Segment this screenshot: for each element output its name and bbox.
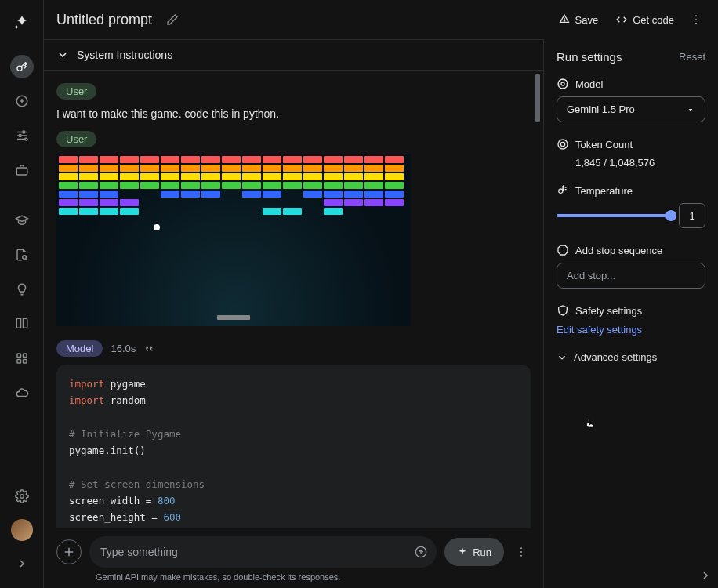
svg-rect-5 — [16, 168, 27, 175]
app-logo — [13, 14, 31, 33]
nav-book-icon[interactable] — [10, 312, 34, 336]
model-row: Model Gemini 1.5 Pro — [557, 78, 705, 122]
submit-arrow-icon[interactable] — [415, 546, 427, 558]
user-role-pill-2: User — [56, 131, 96, 147]
run-settings-panel: Run settings Reset Model Gemini 1.5 Pro … — [544, 39, 718, 588]
temperature-label: Temperature — [575, 185, 633, 197]
temperature-slider[interactable] — [557, 214, 671, 217]
temperature-value[interactable]: 1 — [679, 203, 705, 228]
svg-rect-9 — [17, 360, 21, 364]
shield-icon — [557, 304, 569, 317]
input-bar: Type something Run — [44, 528, 543, 571]
prompt-placeholder: Type something — [100, 546, 178, 558]
token-label: Token Count — [575, 139, 633, 151]
svg-point-14 — [695, 19, 697, 20]
stop-icon — [557, 244, 569, 256]
nav-doc-search-icon[interactable] — [10, 243, 34, 267]
svg-point-20 — [561, 82, 564, 85]
messages-scroll[interactable]: User I want to make this game. code this… — [44, 71, 543, 528]
stop-label: Add stop sequence — [575, 245, 662, 256]
svg-rect-8 — [23, 354, 27, 358]
topbar-more-icon[interactable] — [687, 10, 705, 29]
edit-title-icon[interactable] — [165, 12, 180, 27]
stop-sequence-row: Add stop sequence Add stop... — [557, 244, 705, 289]
system-instructions-label: System Instructions — [77, 49, 172, 61]
thermometer-icon — [557, 184, 569, 197]
sparkle-icon — [457, 546, 468, 557]
cursor-pointer-icon — [585, 417, 597, 431]
stop-sequence-input[interactable]: Add stop... — [557, 263, 705, 289]
user-message-text: I want to make this game. code this in p… — [56, 107, 531, 120]
svg-point-0 — [17, 66, 22, 71]
svg-point-6 — [22, 256, 26, 260]
settings-header: Run settings Reset — [557, 50, 705, 64]
model-response-header: Model 16.0s — [56, 340, 531, 357]
chevron-down-icon — [557, 352, 568, 363]
model-select[interactable]: Gemini 1.5 Pro — [557, 96, 705, 122]
svg-point-3 — [19, 135, 21, 137]
chevron-down-icon — [56, 49, 69, 61]
prompt-input[interactable]: Type something — [89, 536, 437, 568]
svg-point-15 — [695, 23, 697, 24]
save-button[interactable]: Save — [553, 10, 604, 29]
svg-point-22 — [558, 140, 568, 149]
settings-title: Run settings — [557, 50, 622, 64]
save-label: Save — [575, 14, 599, 26]
svg-point-4 — [24, 138, 27, 140]
sidebar-expand-icon[interactable] — [10, 552, 34, 575]
scrollbar-thumb[interactable] — [535, 74, 540, 122]
nav-apps-icon[interactable] — [10, 347, 34, 370]
safety-row: Safety settings Edit safety settings — [557, 304, 705, 336]
game-ball — [154, 224, 160, 230]
svg-point-17 — [520, 547, 522, 549]
svg-point-13 — [695, 15, 697, 16]
stop-placeholder: Add stop... — [567, 270, 615, 281]
get-code-label: Get code — [633, 14, 674, 26]
page-title: Untitled prompt — [56, 12, 152, 28]
settings-icon[interactable] — [10, 485, 34, 508]
dropdown-arrow-icon — [686, 105, 695, 114]
system-instructions-bar[interactable]: System Instructions — [44, 39, 543, 71]
cloud-save-icon — [558, 13, 571, 26]
svg-rect-10 — [23, 360, 27, 364]
model-label: Model — [575, 78, 603, 90]
nav-education-icon[interactable] — [10, 209, 34, 232]
chat-area: System Instructions User I want to make … — [44, 39, 544, 588]
run-label: Run — [473, 546, 491, 558]
model-role-pill: Model — [56, 340, 103, 357]
left-sidebar — [0, 0, 44, 588]
get-code-button[interactable]: Get code — [611, 10, 679, 29]
reset-button[interactable]: Reset — [679, 51, 705, 63]
svg-point-21 — [558, 79, 568, 89]
nav-briefcase-icon[interactable] — [10, 158, 34, 182]
add-attachment-button[interactable] — [56, 539, 82, 564]
nav-cloud-icon[interactable] — [10, 381, 34, 405]
advanced-settings-toggle[interactable]: Advanced settings — [557, 351, 705, 363]
attached-image-breakout: for(let i=0;i<17;i++)document.write('<di… — [56, 154, 411, 326]
svg-point-23 — [560, 142, 564, 146]
citation-icon[interactable] — [143, 343, 156, 355]
main-area: Untitled prompt Save Get code System Ins… — [44, 0, 718, 588]
edit-safety-link[interactable]: Edit safety settings — [557, 324, 642, 336]
run-button[interactable]: Run — [444, 538, 504, 566]
temperature-row: Temperature 1 — [557, 184, 705, 228]
advanced-label: Advanced settings — [574, 351, 657, 363]
nav-group-mid — [10, 209, 34, 405]
svg-point-12 — [564, 20, 564, 21]
nav-key-icon[interactable] — [10, 55, 34, 78]
input-more-icon[interactable] — [512, 543, 531, 561]
response-time: 16.0s — [111, 343, 136, 354]
code-icon — [615, 13, 628, 26]
slider-thumb[interactable] — [665, 210, 676, 221]
code-block: import pygame import random # Initialize… — [56, 365, 531, 528]
user-avatar[interactable] — [11, 519, 33, 541]
svg-point-18 — [520, 551, 522, 553]
nav-add-icon[interactable] — [10, 89, 34, 113]
svg-point-19 — [520, 555, 522, 557]
nav-tune-icon[interactable] — [10, 124, 34, 147]
svg-point-11 — [20, 495, 24, 499]
collapse-settings-icon[interactable] — [699, 569, 712, 582]
model-value: Gemini 1.5 Pro — [567, 103, 635, 115]
content-row: System Instructions User I want to make … — [44, 39, 718, 588]
nav-lightbulb-icon[interactable] — [10, 278, 34, 301]
